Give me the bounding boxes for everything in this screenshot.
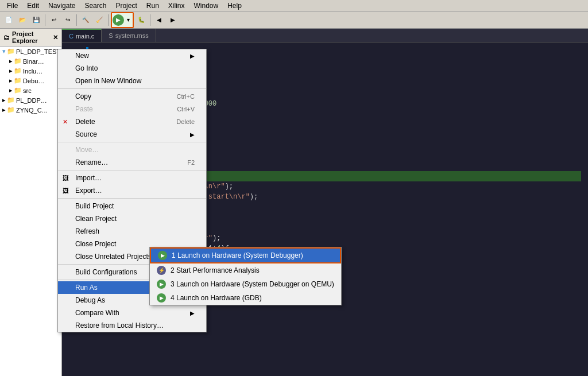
open-button[interactable]: 📂 [16, 14, 29, 26]
tree-item-binary[interactable]: ▸ 📁 Binar… [0, 56, 61, 66]
menu-project[interactable]: Project [111, 1, 141, 11]
launch-hardware-icon: ▶ [158, 251, 167, 260]
ctx-refresh-label: Refresh [75, 227, 99, 235]
ctx-source-arrow: ▶ [190, 131, 195, 138]
panel-close-icon[interactable]: ✕ [53, 34, 58, 41]
ctx-run-as-label: Run As [75, 284, 98, 292]
ctx-paste-label: Paste [75, 105, 93, 113]
tree-arrow: ▾ [2, 48, 6, 55]
tree-arrow: ▸ [9, 77, 13, 84]
ctx-open-new-window[interactable]: Open in New Window [58, 75, 206, 87]
redo-button[interactable]: ↪ [61, 14, 74, 26]
ctx-compare-with-arrow: ▶ [190, 310, 195, 316]
ctx-copy-label: Copy [75, 92, 91, 100]
ctx-import[interactable]: 🖼 Import… [58, 172, 206, 184]
tab-system-mss-label: system.mss [115, 32, 149, 39]
menu-run[interactable]: Run [142, 1, 164, 11]
ctx-copy[interactable]: Copy Ctrl+C [58, 90, 206, 103]
tree-label: PL_DDP_TEST [16, 48, 60, 55]
tab-main-c[interactable]: C main.c [62, 29, 102, 42]
ctx-delete-shortcut: Delete [176, 118, 195, 125]
gdb-icon: ▶ [157, 293, 166, 303]
ctx-open-new-window-label: Open in New Window [75, 77, 141, 85]
menu-file[interactable]: File [2, 1, 22, 11]
debug-button[interactable]: 🐛 [135, 14, 148, 26]
ctx-source[interactable]: Source ▶ [58, 128, 206, 141]
menu-window[interactable]: Window [189, 1, 223, 11]
ctx-build-configurations-label: Build Configurations [75, 268, 137, 276]
panel-title-label: Project Explorer [12, 30, 51, 44]
submenu-performance[interactable]: ⚡ 2 Start Performance Analysis [150, 263, 341, 277]
menu-search[interactable]: Search [80, 1, 111, 11]
menu-xilinx[interactable]: Xilinx [164, 1, 189, 11]
submenu-qemu-label: 3 Launch on Hardware (System Debugger on… [171, 280, 334, 288]
build-button[interactable]: 🔨 [79, 14, 92, 26]
tree-arrow: ▸ [2, 106, 6, 114]
tree-arrow: ▸ [9, 67, 13, 75]
import-icon: 🖼 [63, 175, 69, 181]
ctx-sep-3 [58, 170, 206, 170]
ctx-source-label: Source [75, 130, 97, 138]
forward-button[interactable]: ▶ [167, 14, 179, 26]
project-icon: 📁 [7, 48, 15, 55]
ctx-close-project-label: Close Project [75, 240, 116, 248]
run-button-group: ▶ ▾ [111, 12, 134, 28]
save-button[interactable]: 💾 [30, 14, 42, 26]
ctx-new[interactable]: New ▶ [58, 49, 206, 62]
ctx-go-into[interactable]: Go Into [58, 62, 206, 75]
clean-button[interactable]: 🧹 [93, 14, 106, 26]
undo-button[interactable]: ↩ [48, 14, 60, 26]
toolbar-sep-3 [108, 14, 109, 26]
ctx-compare-with-label: Compare With [75, 309, 119, 317]
submenu-launch-hardware-label: 1 Launch on Hardware (System Debugger) [172, 251, 303, 259]
toolbar-sep-2 [76, 14, 77, 26]
ctx-new-label: New [75, 52, 89, 60]
run-dropdown[interactable]: ▾ [124, 14, 132, 26]
submenu-gdb-label: 4 Launch on Hardware (GDB) [171, 294, 262, 302]
menu-edit[interactable]: Edit [22, 1, 44, 11]
run-button[interactable]: ▶ [113, 14, 124, 26]
project-icon: 📁 [7, 106, 15, 114]
ctx-build-project[interactable]: Build Project [58, 200, 206, 212]
new-button[interactable]: 📄 [2, 14, 15, 26]
ctx-rename-label: Rename… [75, 158, 108, 166]
back-button[interactable]: ◀ [153, 14, 165, 26]
tree-item-pl-ddp[interactable]: ▾ 📁 PL_DDP_TEST [0, 46, 61, 56]
toolbar-sep-4 [150, 14, 150, 26]
submenu-launch-hardware[interactable]: ▶ 1 Launch on Hardware (System Debugger) [150, 247, 341, 263]
project-explorer: 🗂 Project Explorer ✕ ▾ 📁 PL_DDP_TEST ▸ 📁… [0, 29, 62, 376]
submenu-gdb[interactable]: ▶ 4 Launch on Hardware (GDB) [150, 291, 341, 305]
menubar: File Edit Navigate Search Project Run Xi… [0, 0, 588, 11]
ctx-sep-2 [58, 142, 206, 142]
submenu-performance-label: 2 Start Performance Analysis [171, 266, 260, 274]
ctx-paste-shortcut: Ctrl+V [177, 106, 195, 113]
tree-item-pl2[interactable]: ▸ 📁 PL_DDP… [0, 95, 61, 105]
ctx-restore-history[interactable]: Restore from Local History… [58, 319, 206, 332]
ctx-refresh[interactable]: Refresh [58, 225, 206, 238]
tree-label: PL_DDP… [16, 97, 47, 104]
folder-icon: 📁 [14, 67, 22, 75]
ctx-close-unrelated-label: Close Unrelated Projects [75, 253, 152, 261]
tree-item-zynq[interactable]: ▸ 📁 ZYNQ_C… [0, 105, 61, 115]
folder-icon: 📁 [14, 87, 22, 94]
tree-item-includes[interactable]: ▸ 📁 Inclu… [0, 66, 61, 76]
system-mss-icon: S [109, 32, 113, 39]
performance-icon: ⚡ [157, 266, 166, 275]
ctx-clean-project[interactable]: Clean Project [58, 212, 206, 225]
ctx-compare-with[interactable]: Compare With ▶ [58, 307, 206, 319]
tree-item-src[interactable]: ▸ 📁 src [0, 86, 61, 95]
submenu-qemu[interactable]: ▶ 3 Launch on Hardware (System Debugger … [150, 277, 341, 291]
ctx-export[interactable]: 🖼 Export… [58, 184, 206, 197]
ctx-sep-1 [58, 88, 206, 89]
ctx-delete[interactable]: ✕ Delete Delete [58, 115, 206, 128]
ctx-sep-4 [58, 198, 206, 199]
tree-arrow: ▸ [9, 87, 13, 94]
ctx-rename[interactable]: Rename… F2 [58, 156, 206, 169]
tree-item-debug[interactable]: ▸ 📁 Debu… [0, 76, 61, 86]
menu-help[interactable]: Help [223, 1, 246, 11]
tab-system-mss[interactable]: S system.mss [102, 29, 156, 42]
tab-main-c-label: main.c [76, 33, 94, 40]
ctx-import-label: Import… [75, 174, 102, 182]
menu-navigate[interactable]: Navigate [44, 1, 80, 11]
panel-title: 🗂 Project Explorer ✕ [0, 29, 61, 46]
